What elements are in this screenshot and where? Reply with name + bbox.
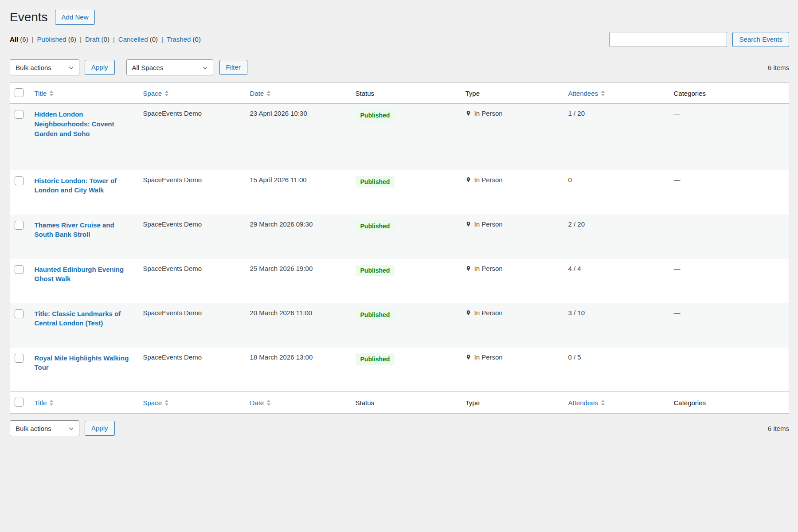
sort-link-attendees-footer[interactable]: Attendees	[568, 399, 605, 407]
sort-link-space[interactable]: Space	[143, 90, 169, 97]
sort-link-space-footer[interactable]: Space	[143, 399, 169, 407]
event-title-link[interactable]: Hidden London Neighbourhoods: Covent Gar…	[35, 110, 134, 138]
event-status-cell: Published	[351, 259, 461, 303]
column-label: Attendees	[568, 90, 598, 97]
event-attendees-cell: 1 / 20	[564, 104, 669, 170]
sort-up-icon	[165, 90, 168, 93]
event-type-cell: In Person	[461, 303, 564, 348]
sort-link-date[interactable]: Date	[250, 90, 271, 97]
spaces-filter-select[interactable]: All Spaces	[126, 59, 213, 75]
event-space-cell: SpaceEvents Demo	[139, 259, 246, 303]
event-space-cell: SpaceEvents Demo	[139, 170, 246, 215]
search-input[interactable]	[609, 32, 727, 47]
row-checkbox[interactable]	[15, 221, 23, 230]
view-link[interactable]: Trashed	[167, 35, 191, 43]
sort-link-date-footer[interactable]: Date	[250, 399, 271, 407]
sort-arrows-icon	[601, 90, 605, 96]
row-checkbox[interactable]	[15, 309, 23, 318]
status-badge: Published	[356, 265, 395, 277]
sort-arrows-icon	[165, 90, 168, 96]
column-header-attendees: Attendees	[564, 83, 669, 104]
select-all-checkbox[interactable]	[15, 88, 23, 97]
view-link[interactable]: Draft	[85, 35, 100, 43]
event-title-link[interactable]: Title: Classic Landmarks of Central Lond…	[35, 309, 134, 329]
view-link[interactable]: Published	[37, 35, 66, 43]
column-header-status: Status	[351, 83, 461, 104]
column-label: Type	[466, 399, 480, 407]
event-categories-cell: —	[669, 259, 789, 303]
view-item-all: All (6)	[10, 35, 28, 43]
row-checkbox-cell	[10, 303, 30, 348]
row-checkbox-cell	[10, 215, 30, 259]
event-title-link[interactable]: Haunted Edinburgh Evening Ghost Walk	[35, 265, 134, 284]
event-type-label: In Person	[474, 220, 503, 228]
event-title-cell: Title: Classic Landmarks of Central Lond…	[30, 303, 139, 348]
event-date-cell: 15 April 2026 11:00	[246, 170, 351, 215]
table-row: Haunted Edinburgh Evening Ghost WalkSpac…	[10, 259, 789, 303]
column-header-space: Space	[139, 83, 246, 104]
event-type-label: In Person	[474, 265, 503, 272]
column-header-status-footer: Status	[351, 392, 461, 414]
sort-link-title[interactable]: Title	[35, 90, 54, 97]
event-categories-cell: —	[669, 303, 789, 348]
view-link[interactable]: Cancelled	[118, 35, 148, 43]
table-body: Hidden London Neighbourhoods: Covent Gar…	[10, 104, 789, 392]
event-title-link[interactable]: Historic London: Tower of London and Cit…	[35, 176, 134, 196]
column-label: Status	[356, 90, 375, 97]
sort-link-title-footer[interactable]: Title	[35, 399, 54, 407]
row-checkbox[interactable]	[15, 176, 23, 185]
event-title-link[interactable]: Thames River Cruise and South Bank Strol…	[35, 220, 134, 240]
view-item-trashed: Trashed (0)	[167, 35, 201, 43]
table-row: Historic London: Tower of London and Cit…	[10, 170, 789, 215]
bulk-actions-select[interactable]: Bulk actions	[10, 59, 79, 75]
column-label: Space	[143, 399, 162, 407]
views-and-search-row: All (6)|Published (6)|Draft (0)|Cancelle…	[10, 32, 789, 47]
event-space-cell: SpaceEvents Demo	[139, 104, 246, 170]
row-checkbox[interactable]	[15, 265, 23, 274]
event-space-cell: SpaceEvents Demo	[139, 215, 246, 259]
column-label: Date	[250, 399, 264, 407]
row-checkbox-cell	[10, 348, 30, 392]
event-type-label: In Person	[474, 309, 503, 317]
chevron-down-icon	[68, 425, 74, 432]
items-count-bottom: 6 items	[768, 425, 789, 432]
bulk-actions-select-bottom[interactable]: Bulk actions	[10, 420, 79, 436]
row-checkbox-cell	[10, 170, 30, 215]
event-title-link[interactable]: Royal Mile Highlights Walking Tour	[35, 353, 134, 373]
row-checkbox[interactable]	[15, 110, 23, 119]
sort-up-icon	[50, 90, 53, 93]
event-space-cell: SpaceEvents Demo	[139, 303, 246, 348]
add-new-button[interactable]: Add New	[55, 10, 95, 25]
apply-button[interactable]: Apply	[85, 60, 115, 75]
view-count: (0)	[191, 35, 201, 43]
event-title-cell: Haunted Edinburgh Evening Ghost Walk	[30, 259, 139, 303]
sort-arrows-icon	[267, 400, 270, 406]
view-separator: |	[113, 35, 115, 43]
bottom-toolbar-actions: Bulk actions Apply	[10, 420, 115, 436]
page-header: Events Add New	[10, 10, 789, 25]
top-toolbar-actions: Bulk actions Apply All Spaces Filter	[10, 59, 247, 75]
status-filter-links: All (6)|Published (6)|Draft (0)|Cancelle…	[10, 32, 201, 43]
select-all-checkbox-footer[interactable]	[15, 398, 23, 407]
event-date-cell: 23 April 2026 10:30	[246, 104, 351, 170]
row-checkbox[interactable]	[15, 354, 23, 363]
status-badge: Published	[356, 176, 395, 188]
sort-down-icon	[165, 94, 168, 96]
column-label: Title	[35, 399, 47, 407]
search-events-button[interactable]: Search Events	[732, 32, 789, 47]
event-categories-cell: —	[669, 170, 789, 215]
items-count-top: 6 items	[768, 64, 789, 71]
sort-up-icon	[601, 90, 605, 93]
location-pin-icon	[466, 110, 474, 117]
select-all-checkbox-cell	[10, 392, 30, 414]
filter-button[interactable]: Filter	[219, 60, 247, 75]
bulk-actions-select-bottom-value: Bulk actions	[16, 425, 51, 432]
table-row: Title: Classic Landmarks of Central Lond…	[10, 303, 789, 348]
event-type-label: In Person	[474, 110, 503, 117]
location-pin-icon	[466, 309, 474, 317]
event-title-cell: Thames River Cruise and South Bank Strol…	[30, 215, 139, 259]
apply-button-bottom[interactable]: Apply	[85, 421, 115, 436]
sort-link-attendees[interactable]: Attendees	[568, 90, 605, 97]
column-header-type: Type	[461, 83, 564, 104]
page-title: Events	[10, 10, 48, 25]
